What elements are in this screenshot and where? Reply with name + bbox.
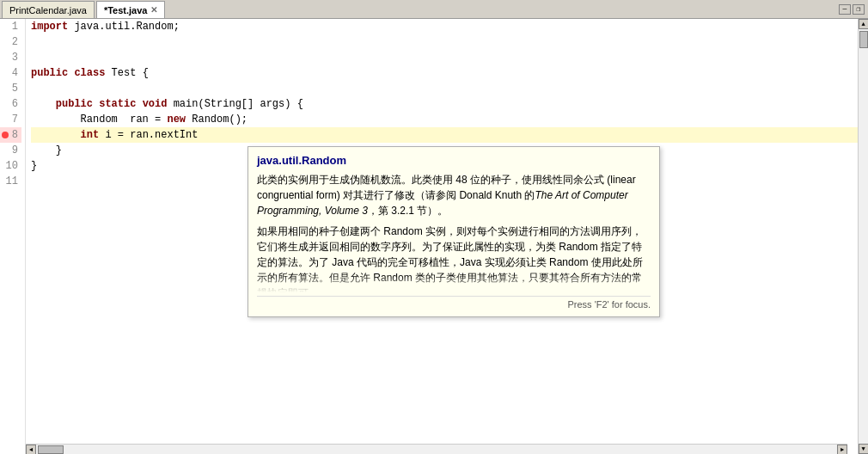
tabs-container: PrintCalendar.java *Test.java ✕	[2, 0, 165, 18]
scroll-track-vertical[interactable]	[859, 29, 868, 444]
code-line-7: Random ran = new Random();	[31, 112, 858, 127]
vertical-scrollbar[interactable]: ▲ ▼	[858, 19, 868, 454]
scroll-right-button[interactable]: ►	[837, 445, 847, 455]
minimize-button[interactable]: ─	[839, 4, 851, 15]
code-line-3	[31, 50, 858, 65]
tooltip-footer: Press 'F2' for focus.	[257, 296, 651, 310]
tooltip-title: java.util.Random	[257, 154, 651, 167]
editor-container: 1 2 3 4 5 6 7 8 9 10 11 import java.util…	[0, 19, 868, 454]
code-area[interactable]: import java.util.Random; public class Te…	[26, 19, 858, 454]
scroll-thumb-vertical[interactable]	[859, 31, 868, 48]
tooltip-para-2: 如果用相同的种子创建两个 Random 实例，则对每个实例进行相同的方法调用序列…	[257, 224, 651, 292]
scroll-down-button[interactable]: ▼	[859, 444, 869, 454]
scroll-up-button[interactable]: ▲	[859, 19, 869, 29]
gutter-line-5: 5	[0, 81, 21, 96]
tab-printcalendar[interactable]: PrintCalendar.java	[2, 1, 95, 18]
gutter-line-3: 3	[0, 50, 21, 65]
gutter-line-2: 2	[0, 34, 21, 50]
tooltip-para-1: 此类的实例用于生成伪随机数流。此类使用 48 位的种子，使用线性同余公式 (li…	[257, 172, 651, 218]
code-line-8: int i = ran.nextInt	[31, 127, 858, 143]
scroll-thumb-horizontal[interactable]	[38, 445, 64, 454]
gutter-line-8: 8	[0, 127, 21, 143]
scroll-left-button[interactable]: ◄	[26, 445, 36, 455]
tab-bar: PrintCalendar.java *Test.java ✕ ─ ❐	[0, 0, 868, 19]
code-line-4: public class Test {	[31, 65, 858, 81]
code-line-5	[31, 81, 858, 96]
gutter-line-1: 1	[0, 19, 21, 34]
horizontal-scrollbar[interactable]: ◄ ►	[26, 444, 847, 454]
tab-printcalendar-label: PrintCalendar.java	[9, 5, 87, 15]
tooltip-body: 此类的实例用于生成伪随机数流。此类使用 48 位的种子，使用线性同余公式 (li…	[257, 172, 651, 292]
gutter-line-4: 4	[0, 65, 21, 81]
gutter-line-10: 10	[0, 158, 21, 174]
tab-testjava-label: *Test.java	[104, 5, 148, 15]
tab-testjava[interactable]: *Test.java ✕	[96, 1, 166, 18]
gutter-line-9: 9	[0, 143, 21, 158]
error-dot-icon	[2, 132, 9, 138]
scroll-track-horizontal[interactable]	[36, 445, 837, 455]
gutter-line-11: 11	[0, 174, 21, 189]
javadoc-tooltip: java.util.Random 此类的实例用于生成伪随机数流。此类使用 48 …	[248, 146, 660, 317]
line-number-gutter: 1 2 3 4 5 6 7 8 9 10 11	[0, 19, 26, 454]
code-line-6: public static void main(String[] args) {	[31, 96, 858, 112]
code-line-1: import java.util.Random;	[31, 19, 858, 34]
code-line-2	[31, 34, 858, 50]
tab-close-icon[interactable]: ✕	[150, 5, 157, 15]
gutter-line-6: 6	[0, 96, 21, 112]
window-controls: ─ ❐	[839, 4, 868, 15]
gutter-line-7: 7	[0, 112, 21, 127]
restore-button[interactable]: ❐	[853, 4, 865, 15]
